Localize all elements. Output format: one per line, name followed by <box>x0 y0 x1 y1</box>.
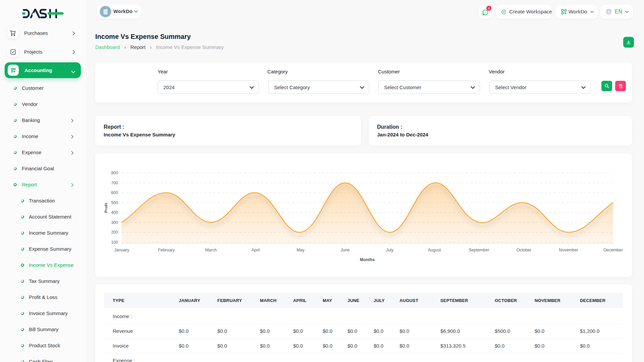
svg-text:June: June <box>340 248 350 252</box>
svg-text:March: March <box>205 248 217 252</box>
svg-text:500: 500 <box>111 200 118 205</box>
svg-text:800: 800 <box>111 171 118 175</box>
svg-text:October: October <box>517 248 531 252</box>
svg-text:August: August <box>428 248 441 252</box>
svg-text:December: December <box>603 248 623 252</box>
svg-text:September: September <box>469 248 489 252</box>
svg-text:May: May <box>297 248 305 252</box>
svg-text:200: 200 <box>111 230 118 235</box>
svg-text:February: February <box>158 248 175 252</box>
svg-text:700: 700 <box>111 181 118 185</box>
svg-text:Months: Months <box>360 257 375 262</box>
svg-text:300: 300 <box>111 220 118 225</box>
svg-text:600: 600 <box>111 190 118 195</box>
svg-text:July: July <box>386 248 394 252</box>
svg-text:November: November <box>559 248 578 252</box>
svg-text:100: 100 <box>111 240 118 245</box>
svg-text:April: April <box>251 248 260 252</box>
svg-text:400: 400 <box>111 210 118 215</box>
svg-text:January: January <box>114 248 129 252</box>
svg-text:Profit: Profit <box>104 203 108 213</box>
